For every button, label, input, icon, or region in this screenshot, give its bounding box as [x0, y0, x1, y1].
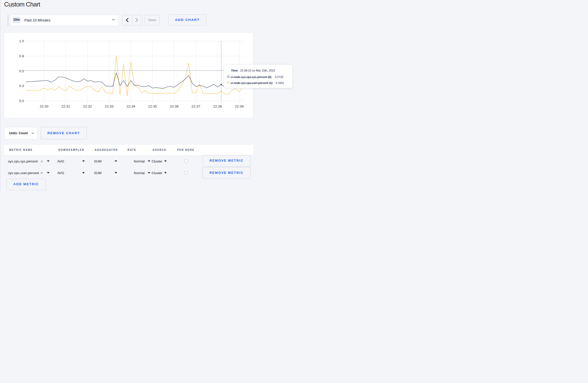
svg-text:0.8: 0.8 [19, 54, 24, 58]
svg-text:0.0: 0.0 [19, 99, 24, 103]
svg-text:22:37: 22:37 [192, 104, 200, 108]
svg-text:22:35: 22:35 [148, 104, 157, 108]
svg-text:0.5: 0.5 [19, 69, 24, 73]
svg-text:22:33: 22:33 [105, 104, 114, 108]
svg-text:1.0: 1.0 [19, 39, 24, 43]
svg-text:22:38: 22:38 [213, 104, 222, 108]
svg-text:0.3: 0.3 [19, 84, 24, 88]
svg-text:22:39: 22:39 [235, 104, 244, 108]
svg-text:22:34: 22:34 [127, 104, 135, 108]
svg-text:22:32: 22:32 [83, 104, 92, 108]
svg-text:22:30: 22:30 [40, 104, 48, 108]
svg-text:22:31: 22:31 [61, 104, 70, 108]
svg-text:22:36: 22:36 [170, 104, 179, 108]
